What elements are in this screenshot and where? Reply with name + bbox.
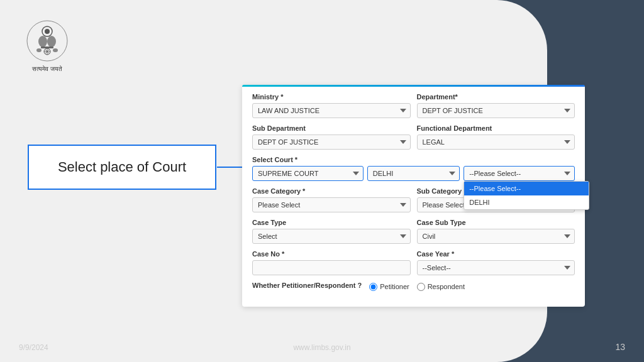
court-type-select[interactable]: SUPREME COURT <box>252 166 364 181</box>
petitioner-radio[interactable] <box>369 283 377 291</box>
sub-department-select[interactable]: DEPT OF JUSTICE <box>252 134 411 150</box>
bottom-date: 9/9/2024 <box>19 343 48 352</box>
sub-department-group: Sub Department DEPT OF JUSTICE <box>252 124 411 150</box>
radio-group: Whether Petitioner/Respondent ? Petition… <box>252 282 575 292</box>
svg-point-2 <box>45 29 50 34</box>
emblem-text: सत्यमेव जयते <box>32 65 62 73</box>
row-case-no-year: Case No * Case Year * --Select-- <box>252 250 575 275</box>
court-sub-dropdown: --Please Select-- DELHI <box>464 181 589 210</box>
form-panel: Ministry * LAW AND JUSTICE Department* D… <box>242 85 585 307</box>
case-year-select[interactable]: --Select-- <box>417 260 575 275</box>
functional-department-group: Functional Department LEGAL <box>417 124 575 150</box>
svg-point-4 <box>47 36 56 47</box>
case-sub-type-label: Case Sub Type <box>417 219 575 226</box>
row-case-type-sub-type: Case Type Select Case Sub Type Civil <box>252 219 575 244</box>
court-sub-select[interactable]: --Please Select-- DELHI <box>464 166 575 181</box>
case-sub-type-select[interactable]: Civil <box>417 229 575 244</box>
bottom-page-number: 13 <box>615 342 625 352</box>
dropdown-item-please-select[interactable]: --Please Select-- <box>464 182 589 195</box>
case-no-group: Case No * <box>252 250 411 275</box>
svg-point-3 <box>38 36 47 47</box>
case-category-group: Case Category * Please Select <box>252 187 411 212</box>
court-location-group: DELHI <box>367 166 460 181</box>
respondent-radio-label[interactable]: Respondent <box>417 283 465 291</box>
callout-box: Select place of Court <box>28 145 216 190</box>
court-location-select[interactable]: DELHI <box>367 166 460 181</box>
case-category-label: Case Category * <box>252 187 411 195</box>
case-type-label: Case Type <box>252 219 411 226</box>
case-type-select[interactable]: Select <box>252 229 411 244</box>
svg-point-12 <box>53 48 58 52</box>
court-type-group: SUPREME COURT <box>252 166 364 181</box>
petitioner-row: Whether Petitioner/Respondent ? Petition… <box>252 282 575 292</box>
case-no-input[interactable] <box>252 260 411 275</box>
respondent-radio[interactable] <box>417 283 425 291</box>
case-type-group: Case Type Select <box>252 219 411 244</box>
bottom-url: www.limbs.gov.in <box>293 343 350 352</box>
petitioner-question-label: Whether Petitioner/Respondent ? <box>252 282 362 289</box>
ministry-select[interactable]: LAW AND JUSTICE <box>252 103 411 118</box>
emblem-icon <box>25 19 69 63</box>
court-row: SUPREME COURT DELHI --Please Select-- DE… <box>252 166 575 181</box>
ministry-label: Ministry * <box>252 93 411 101</box>
callout-text: Select place of Court <box>58 159 186 175</box>
department-group: Department* DEPT OF JUSTICE <box>417 93 575 118</box>
petitioner-radio-label[interactable]: Petitioner <box>369 283 409 291</box>
ministry-group: Ministry * LAW AND JUSTICE <box>252 93 411 118</box>
dropdown-item-delhi[interactable]: DELHI <box>464 195 589 209</box>
petitioner-group: Whether Petitioner/Respondent ? Petition… <box>252 282 575 292</box>
teal-bar <box>242 85 585 87</box>
department-select[interactable]: DEPT OF JUSTICE <box>417 103 575 118</box>
court-sub-group: --Please Select-- DELHI --Please Select-… <box>464 166 575 181</box>
logo-area: सत्यमेव जयते <box>25 19 69 73</box>
case-category-select[interactable]: Please Select <box>252 197 411 212</box>
case-year-label: Case Year * <box>417 250 575 258</box>
functional-department-label: Functional Department <box>417 124 575 132</box>
case-sub-type-group: Case Sub Type Civil <box>417 219 575 244</box>
select-court-section: Select Court * SUPREME COURT DELHI --Ple… <box>252 156 575 181</box>
case-no-label: Case No * <box>252 250 411 258</box>
functional-department-select[interactable]: LEGAL <box>417 134 575 150</box>
case-year-group: Case Year * --Select-- <box>417 250 575 275</box>
row-ministry-department: Ministry * LAW AND JUSTICE Department* D… <box>252 93 575 118</box>
sub-department-label: Sub Department <box>252 124 411 132</box>
petitioner-option-text: Petitioner <box>380 283 409 290</box>
respondent-option-text: Respondent <box>428 283 465 290</box>
department-label: Department* <box>417 93 575 101</box>
select-court-label: Select Court * <box>252 156 575 163</box>
row-sub-dept-functional: Sub Department DEPT OF JUSTICE Functiona… <box>252 124 575 150</box>
svg-point-11 <box>36 48 42 52</box>
